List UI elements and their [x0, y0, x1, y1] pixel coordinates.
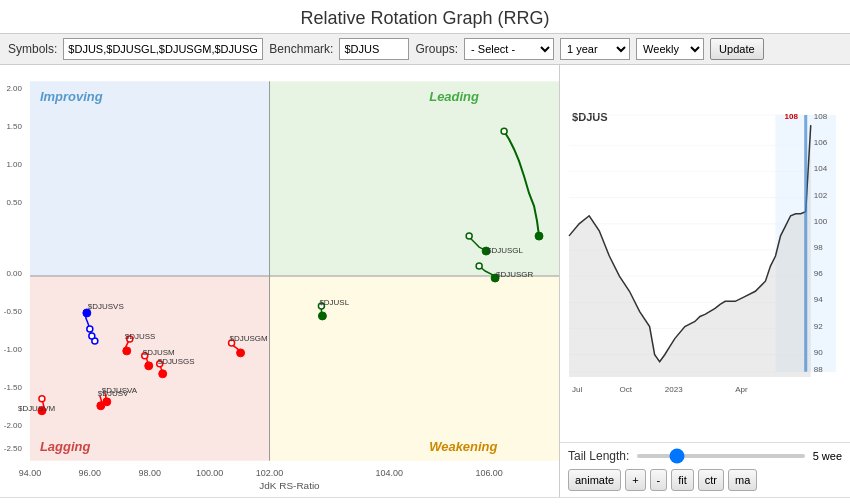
update-button[interactable]: Update	[710, 38, 763, 60]
svg-text:1.00: 1.00	[6, 160, 22, 169]
svg-text:94: 94	[814, 295, 823, 304]
rrg-panel: Improving Leading Lagging Weakening 94.0…	[0, 65, 560, 497]
svg-point-36	[123, 347, 131, 355]
svg-text:96: 96	[814, 269, 823, 278]
right-panel: $DJUS 108 106 104 102 100 98 96 94 92 90…	[560, 65, 850, 497]
tail-length-label: Tail Length:	[568, 449, 629, 463]
price-chart: $DJUS 108 106 104 102 100 98 96 94 92 90…	[564, 69, 846, 438]
svg-text:Leading: Leading	[429, 89, 479, 104]
svg-text:104: 104	[814, 164, 828, 173]
benchmark-label: Benchmark:	[269, 42, 333, 56]
symbols-label: Symbols:	[8, 42, 57, 56]
zoom-out-button[interactable]: -	[650, 469, 668, 491]
svg-point-39	[145, 362, 153, 370]
svg-text:Apr: Apr	[735, 385, 748, 394]
svg-text:102: 102	[814, 191, 828, 200]
svg-text:108: 108	[814, 112, 828, 121]
svg-text:2.00: 2.00	[6, 84, 22, 93]
main-content: Improving Leading Lagging Weakening 94.0…	[0, 65, 850, 497]
period-select[interactable]: 3 months 6 months 1 year 2 years	[560, 38, 630, 60]
svg-text:$DJUSGM: $DJUSGM	[230, 334, 268, 343]
animate-button[interactable]: animate	[568, 469, 621, 491]
svg-text:$DJUSV: $DJUSV	[98, 389, 129, 398]
svg-text:Weakening: Weakening	[429, 439, 497, 454]
benchmark-input[interactable]	[339, 38, 409, 60]
svg-text:100.00: 100.00	[196, 468, 223, 478]
price-chart-container: $DJUS 108 106 104 102 100 98 96 94 92 90…	[560, 65, 850, 442]
svg-text:88: 88	[814, 365, 823, 374]
page-title: Relative Rotation Graph (RRG)	[0, 0, 850, 33]
svg-text:$DJUSL: $DJUSL	[319, 298, 349, 307]
svg-point-62	[501, 128, 507, 134]
tail-length-slider[interactable]	[637, 454, 804, 458]
svg-point-58	[318, 312, 326, 320]
svg-point-31	[87, 326, 93, 332]
svg-point-50	[97, 402, 105, 410]
svg-text:94.00: 94.00	[19, 468, 41, 478]
tail-length-value: 5 wee	[813, 450, 842, 462]
svg-text:$DJUSS: $DJUSS	[125, 332, 156, 341]
svg-point-30	[89, 333, 95, 339]
svg-text:108: 108	[785, 112, 799, 121]
svg-text:-1.00: -1.00	[4, 345, 23, 354]
svg-text:$DJUSGR: $DJUSGR	[496, 270, 533, 279]
svg-text:-1.50: -1.50	[4, 383, 23, 392]
svg-text:106.00: 106.00	[475, 468, 502, 478]
toolbar: Symbols: Benchmark: Groups: - Select - S…	[0, 33, 850, 65]
svg-text:$DJUSVM: $DJUSVM	[18, 404, 55, 413]
svg-text:$DJUSVS: $DJUSVS	[88, 302, 124, 311]
svg-text:96.00: 96.00	[79, 468, 101, 478]
svg-text:100: 100	[814, 217, 828, 226]
zoom-in-button[interactable]: +	[625, 469, 645, 491]
interval-select[interactable]: Daily Weekly Monthly	[636, 38, 704, 60]
groups-label: Groups:	[415, 42, 458, 56]
controls-panel: Tail Length: 5 wee animate + - fit ctr m…	[560, 442, 850, 497]
svg-text:JdK RS-Ratio: JdK RS-Ratio	[259, 480, 320, 491]
ma-button[interactable]: ma	[728, 469, 757, 491]
svg-text:Lagging: Lagging	[40, 439, 91, 454]
symbols-input[interactable]	[63, 38, 263, 60]
svg-text:98.00: 98.00	[139, 468, 161, 478]
svg-text:106: 106	[814, 138, 828, 147]
svg-point-45	[237, 349, 245, 357]
svg-point-56	[476, 263, 482, 269]
svg-text:-0.50: -0.50	[4, 307, 23, 316]
svg-text:1.50: 1.50	[6, 122, 22, 131]
svg-text:98: 98	[814, 243, 823, 252]
fit-button[interactable]: fit	[671, 469, 694, 491]
svg-text:90: 90	[814, 348, 823, 357]
rrg-chart: Improving Leading Lagging Weakening 94.0…	[0, 65, 559, 497]
svg-text:0.50: 0.50	[6, 198, 22, 207]
svg-point-61	[535, 232, 543, 240]
svg-text:-2.50: -2.50	[4, 444, 23, 453]
svg-text:Oct: Oct	[619, 385, 632, 394]
svg-text:$DJUSGS: $DJUSGS	[158, 357, 195, 366]
controls-btn-row: animate + - fit ctr ma	[568, 469, 842, 491]
svg-text:102.00: 102.00	[256, 468, 283, 478]
groups-select[interactable]: - Select - S&P 500 NASDAQ DOW	[464, 38, 554, 60]
svg-rect-3	[270, 276, 559, 461]
svg-text:104.00: 104.00	[376, 468, 403, 478]
svg-text:2023: 2023	[665, 385, 683, 394]
svg-text:92: 92	[814, 322, 823, 331]
svg-text:-2.00: -2.00	[4, 421, 23, 430]
svg-text:Jul: Jul	[572, 385, 582, 394]
svg-text:$DJUS: $DJUS	[572, 111, 608, 123]
tail-length-row: Tail Length: 5 wee	[568, 449, 842, 463]
footer-text: 5 weeks ending Jun 26, 2023	[0, 497, 850, 504]
svg-text:$DJUSGL: $DJUSGL	[487, 246, 523, 255]
ctr-button[interactable]: ctr	[698, 469, 724, 491]
svg-text:Improving: Improving	[40, 89, 103, 104]
svg-point-53	[466, 233, 472, 239]
svg-text:0.00: 0.00	[6, 269, 22, 278]
svg-point-42	[159, 370, 167, 378]
svg-point-34	[39, 396, 45, 402]
svg-rect-0	[30, 81, 270, 276]
svg-text:$DJUSM: $DJUSM	[143, 348, 175, 357]
